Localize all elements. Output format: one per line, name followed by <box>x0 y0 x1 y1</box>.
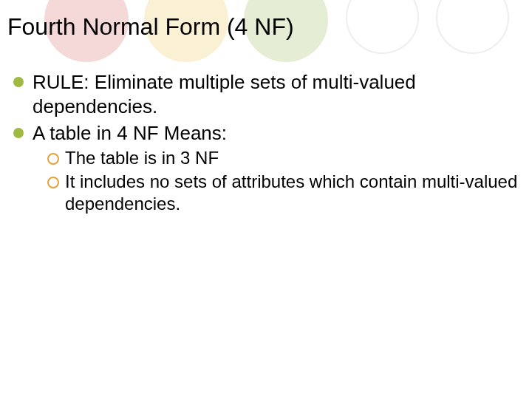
sub-bullet-item-2: It includes no sets of attributes which … <box>47 171 525 215</box>
bullet-item-2: A table in 4 NF Means: The table is in 3… <box>13 121 525 215</box>
sub-bullet-text: The table is in 3 NF <box>65 148 219 168</box>
sub-bullet-list: The table is in 3 NF It includes no sets… <box>33 147 525 215</box>
bullet-text: RULE: Eliminate multiple sets of multi-v… <box>33 71 416 117</box>
slide-title: Fourth Normal Form (4 NF) <box>7 13 525 41</box>
sub-bullet-text: It includes no sets of attributes which … <box>65 171 517 214</box>
bullet-text: A table in 4 NF Means: <box>33 122 227 144</box>
slide-content: Fourth Normal Form (4 NF) RULE: Eliminat… <box>0 0 532 215</box>
sub-bullet-item-1: The table is in 3 NF <box>47 147 525 169</box>
bullet-list: RULE: Eliminate multiple sets of multi-v… <box>7 70 525 215</box>
bullet-item-1: RULE: Eliminate multiple sets of multi-v… <box>13 70 525 118</box>
